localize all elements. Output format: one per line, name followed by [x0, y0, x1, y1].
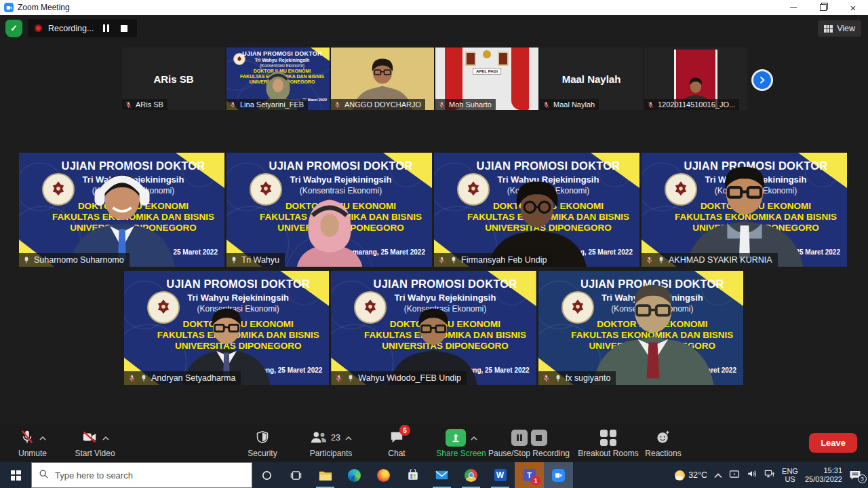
file-explorer-icon[interactable] [311, 462, 340, 488]
breakout-rooms-icon [600, 430, 616, 446]
security-button[interactable]: Security [239, 429, 286, 458]
meeting-toolbar: Unmute Start Video Security 23 Participa… [0, 423, 868, 462]
security-shield-icon[interactable]: ✓ [5, 20, 22, 37]
name-tag: ANGGO DOYCHARJO [331, 99, 425, 110]
unmute-button[interactable]: Unmute [8, 429, 57, 458]
touch-keyboard-icon[interactable] [729, 469, 740, 481]
breakout-rooms-button[interactable]: Breakout Rooms [571, 429, 646, 458]
muted-mic-icon [334, 101, 341, 109]
muted-mic-icon [125, 101, 132, 109]
chevron-up-icon[interactable] [39, 433, 46, 443]
name-tag: Firmansyah Feb Undip [434, 253, 552, 267]
restore-button[interactable] [808, 0, 838, 15]
system-tray: 32°C ENG US 15:31 25/03/2022 3 [675, 462, 868, 488]
taskbar-search-input[interactable]: Type here to search [31, 462, 252, 488]
tile-firmansyah[interactable]: UJIAN PROMOSI DOKTOR Tri Wahyu Rejekinin… [434, 153, 639, 267]
chat-button[interactable]: 6 Chat [377, 429, 416, 458]
teams-icon[interactable]: T 1 [515, 462, 544, 488]
pause-stop-recording-button[interactable]: Pause/Stop Recording [487, 429, 571, 458]
thumbnail-moh-suharto[interactable]: APEL PAGI Moh Suharto [435, 48, 538, 110]
name-tag: Lina Setyarini_FEB [226, 99, 308, 110]
pin-icon [657, 256, 665, 264]
muted-mic-icon [127, 374, 136, 383]
meeting-area: ✓ Recording... View ARis SB ARis SB UJIA… [0, 15, 868, 462]
name-tag: ARis SB [122, 99, 167, 110]
next-page-arrow-button[interactable] [751, 69, 773, 91]
chevron-up-icon[interactable] [471, 433, 477, 443]
start-video-button[interactable]: Start Video [65, 429, 125, 458]
window-title: Zoom Meeting [18, 3, 70, 12]
network-icon[interactable] [764, 469, 775, 481]
clock[interactable]: 15:31 25/03/2022 [805, 466, 842, 484]
task-view-button[interactable] [281, 462, 311, 488]
participants-icon [310, 430, 328, 446]
name-tag: Maal Naylah [540, 99, 599, 110]
tile-fx-sugiyanto[interactable]: UJIAN PROMOSI DOKTOR Tri Wahyu Rejekinin… [538, 271, 743, 385]
stop-recording-button[interactable] [118, 22, 130, 35]
tile-akhmad-syakir[interactable]: UJIAN PROMOSI DOKTOR Tri Wahyu Rejekinin… [642, 153, 847, 267]
backdrop-sign: APEL PAGI [473, 68, 501, 75]
muted-mic-icon [437, 256, 446, 265]
pin-icon [140, 374, 148, 382]
pin-icon [347, 374, 355, 382]
video-grid-row-2: UJIAN PROMOSI DOKTOR Tri Wahyu Rejekinin… [124, 271, 743, 385]
leave-button[interactable]: Leave [809, 433, 857, 453]
name-tag: Wahyu Widodo_FEB Undip [331, 371, 467, 385]
name-tag: 12020114510016_JO... [644, 99, 739, 110]
pin-icon [230, 256, 238, 264]
muted-mic-icon [20, 430, 35, 447]
chrome-browser-icon[interactable] [456, 462, 486, 488]
pin-icon [554, 374, 562, 382]
share-screen-button[interactable]: Share Screen [426, 429, 496, 458]
chat-badge: 6 [399, 425, 410, 436]
speaker-icon[interactable] [747, 469, 757, 481]
cortana-button[interactable] [252, 462, 281, 488]
tile-andryan[interactable]: UJIAN PROMOSI DOKTOR Tri Wahyu Rejekinin… [124, 271, 329, 385]
chevron-up-icon[interactable] [345, 433, 352, 443]
recording-label: Recording... [48, 24, 94, 33]
pin-icon [450, 256, 458, 264]
view-button[interactable]: View [818, 20, 861, 37]
muted-mic-icon [645, 256, 654, 265]
zoom-taskbar-icon[interactable] [544, 462, 573, 488]
zoom-app-icon [4, 3, 14, 12]
tile-tri-wahyu[interactable]: UJIAN PROMOSI DOKTOR Tri Wahyu Rejekinin… [226, 153, 432, 267]
tile-wahyu-widodo[interactable]: UJIAN PROMOSI DOKTOR Tri Wahyu Rejekinin… [331, 271, 536, 385]
name-tag: Tri Wahyu [226, 253, 285, 267]
thumbnail-maal-naylah[interactable]: Maal Naylah Maal Naylah [540, 48, 643, 110]
edge-browser-icon[interactable] [340, 462, 369, 488]
close-button[interactable]: × [838, 0, 868, 15]
thumbnail-lina-setyarini[interactable]: UJIAN PROMOSI DOKTOR Tri Wahyu Rejekinin… [226, 48, 330, 110]
thumbnail-strip: ARis SB ARis SB UJIAN PROMOSI DOKTOR Tri… [122, 48, 747, 110]
shield-icon [256, 430, 269, 447]
language-indicator[interactable]: ENG US [782, 467, 798, 483]
search-icon [39, 469, 49, 481]
recording-dot-icon [35, 24, 42, 32]
thumbnail-anggo-doycharjo[interactable]: ANGGO DOYCHARJO [331, 48, 434, 110]
notification-badge: 3 [858, 474, 867, 483]
muted-mic-icon [542, 101, 550, 109]
tray-chevron-up-icon[interactable] [714, 469, 722, 481]
start-button[interactable] [0, 462, 31, 488]
word-icon[interactable]: W [486, 462, 515, 488]
action-center-button[interactable]: 3 [849, 470, 863, 481]
weather-widget[interactable]: 32°C [675, 470, 707, 481]
mail-icon[interactable] [427, 462, 456, 488]
thumbnail-12020114510016[interactable]: 12020114510016_JO... [644, 48, 747, 110]
window-titlebar: Zoom Meeting × [0, 0, 868, 15]
reactions-button[interactable]: Reactions [636, 429, 690, 458]
firefox-browser-icon[interactable] [369, 462, 398, 488]
windows-logo-icon [11, 470, 21, 481]
tile-suharnomo[interactable]: UJIAN PROMOSI DOKTOR Tri Wahyu Rejekinin… [19, 153, 224, 267]
stop-recording-icon[interactable] [531, 430, 547, 446]
name-tag: AKHMAD SYAKIR KURNIA [642, 253, 778, 267]
minimize-button[interactable] [778, 0, 808, 15]
muted-mic-icon [438, 101, 446, 109]
participants-button[interactable]: 23 Participants [297, 429, 365, 458]
pause-recording-button[interactable] [100, 22, 112, 35]
participant-video-figure [566, 276, 739, 385]
chevron-up-icon[interactable] [102, 433, 109, 443]
microsoft-store-icon[interactable] [398, 462, 427, 488]
pause-recording-icon[interactable] [511, 430, 528, 446]
thumbnail-aris-sb[interactable]: ARis SB ARis SB [122, 48, 225, 110]
